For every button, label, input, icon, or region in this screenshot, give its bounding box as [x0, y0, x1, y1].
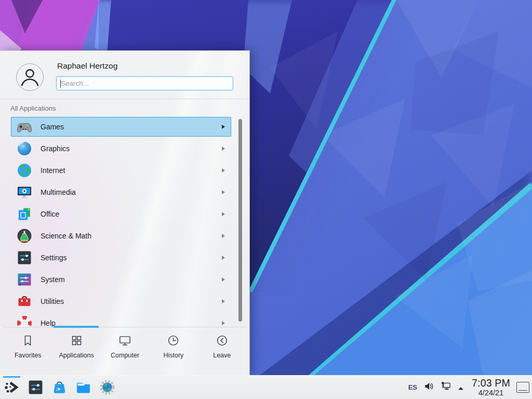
taskbar-launcher-web-browser[interactable]: [99, 379, 116, 396]
tab-bar: Favorites Applications Computer History …: [4, 328, 246, 375]
user-icon: [17, 64, 43, 90]
taskbar-launchers: [3, 376, 116, 399]
discover-icon: [51, 379, 68, 396]
search-box[interactable]: [56, 76, 233, 90]
grid-icon: [70, 334, 84, 348]
monitor-icon: [118, 334, 132, 348]
scrollbar[interactable]: [238, 119, 242, 322]
show-desktop-button[interactable]: [516, 382, 529, 393]
app-launcher-icon: [3, 379, 20, 396]
text-cursor: [60, 79, 61, 88]
tab-computer[interactable]: Computer: [101, 328, 149, 375]
tab-history[interactable]: History: [149, 328, 197, 375]
tab-label: History: [163, 352, 183, 359]
category-internet[interactable]: Internet: [11, 161, 231, 180]
category-office[interactable]: Office: [11, 204, 231, 224]
submenu-arrow-icon: [222, 234, 225, 238]
category-list: Games Graphics Internet Multimedia Offic…: [11, 117, 231, 327]
category-label: Games: [41, 123, 64, 131]
taskbar-launcher-file-manager[interactable]: [75, 379, 92, 396]
help-icon: [16, 315, 33, 327]
system-icon: [16, 271, 33, 288]
launcher-header: Raphael Hertzog: [0, 51, 249, 99]
system-tray: ES 7:03 PM 4/24/21: [408, 376, 532, 399]
submenu-arrow-icon: [222, 168, 225, 172]
tab-favorites[interactable]: Favorites: [4, 328, 52, 375]
tray-icons: [423, 380, 470, 394]
footer-divider: [3, 327, 246, 327]
caret-up-icon[interactable]: [457, 385, 464, 392]
category-label: Utilities: [41, 297, 64, 305]
category-utilities[interactable]: Utilities: [11, 291, 231, 311]
graphics-icon: [16, 140, 33, 157]
section-label: All Applications: [10, 104, 56, 112]
submenu-arrow-icon: [222, 190, 225, 194]
category-multimedia[interactable]: Multimedia: [11, 182, 231, 202]
category-label: Graphics: [41, 144, 70, 153]
submenu-arrow-icon: [222, 125, 225, 129]
settings-icon: [16, 249, 33, 266]
tab-label: Leave: [213, 352, 231, 359]
submenu-arrow-icon: [222, 299, 225, 303]
category-label: Internet: [41, 166, 65, 175]
office-icon: [16, 206, 33, 222]
bookmark-icon: [21, 334, 35, 348]
multimedia-icon: [16, 184, 33, 201]
category-settings[interactable]: Settings: [11, 248, 231, 268]
tab-label: Favorites: [15, 352, 41, 359]
category-label: System: [41, 275, 65, 284]
internet-icon: [16, 162, 33, 179]
category-label: Multimedia: [41, 188, 76, 196]
gamepad-icon: [16, 118, 33, 135]
submenu-arrow-icon: [222, 277, 225, 282]
folder-icon: [75, 379, 92, 396]
taskbar-launcher-application-launcher[interactable]: [3, 379, 20, 396]
active-tab-indicator: [54, 326, 99, 328]
search-input[interactable]: [57, 77, 233, 90]
category-science-math[interactable]: Science & Math: [11, 226, 231, 246]
submenu-arrow-icon: [222, 147, 225, 151]
leave-icon: [215, 334, 229, 348]
submenu-arrow-icon: [222, 256, 225, 260]
category-graphics[interactable]: Graphics: [11, 139, 231, 158]
application-launcher-menu: Raphael Hertzog All Applications Games G…: [0, 50, 250, 375]
category-system[interactable]: System: [11, 270, 231, 289]
digital-clock[interactable]: 7:03 PM 4/24/21: [472, 378, 510, 397]
settings-icon: [27, 379, 44, 396]
tab-label: Computer: [111, 352, 139, 359]
clock-time: 7:03 PM: [472, 378, 510, 389]
taskbar: ES 7:03 PM 4/24/21: [0, 375, 532, 399]
taskbar-launcher-system-settings[interactable]: [27, 379, 44, 396]
volume-icon[interactable]: [423, 380, 435, 392]
category-label: Settings: [41, 254, 67, 262]
user-name: Raphael Hertzog: [57, 61, 117, 71]
tab-applications[interactable]: Applications: [52, 328, 100, 375]
category-help[interactable]: Help: [11, 313, 231, 327]
submenu-arrow-icon: [222, 212, 225, 216]
clock-date: 4/24/21: [472, 389, 510, 397]
active-task-indicator: [3, 376, 20, 378]
network-icon[interactable]: [440, 380, 452, 392]
clock-icon: [166, 334, 180, 348]
tab-label: Applications: [59, 352, 94, 359]
user-avatar[interactable]: [16, 63, 44, 91]
category-games[interactable]: Games: [11, 117, 231, 137]
keyboard-layout-indicator[interactable]: ES: [408, 383, 417, 391]
tab-leave[interactable]: Leave: [198, 328, 246, 375]
science-icon: [16, 228, 33, 244]
desktop: Raphael Hertzog All Applications Games G…: [0, 0, 532, 399]
utilities-icon: [16, 293, 33, 310]
taskbar-launcher-discover[interactable]: [51, 379, 68, 396]
category-label: Office: [41, 210, 59, 218]
browser-globe-icon: [99, 379, 116, 396]
category-label: Science & Math: [41, 232, 91, 240]
submenu-arrow-icon: [222, 321, 225, 325]
